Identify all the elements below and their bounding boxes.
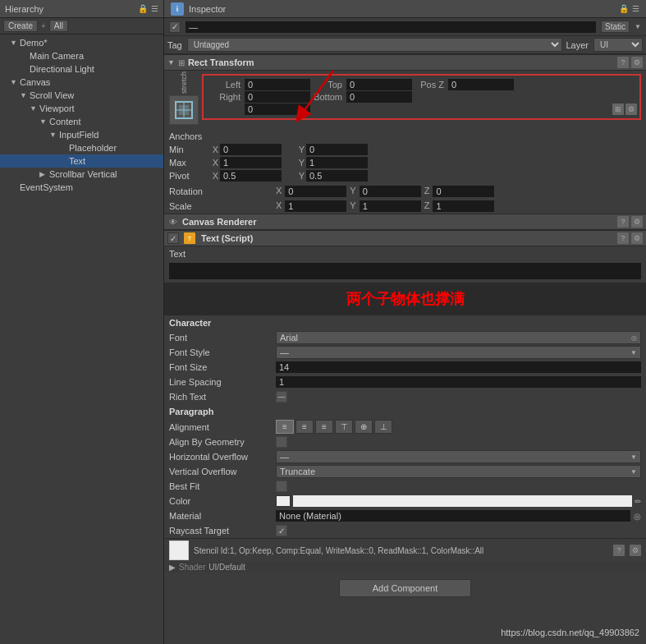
vertical-overflow-dropdown[interactable]: Truncate ▼ bbox=[276, 465, 641, 478]
url-footer: https://blog.csdn.net/qq_49903862 bbox=[501, 628, 639, 637]
tag-label: Tag bbox=[167, 40, 182, 50]
material-target-icon[interactable]: ◎ bbox=[634, 512, 641, 521]
color-row: Color ✏ bbox=[164, 494, 646, 508]
rect-expand-btn[interactable]: ⊞ bbox=[612, 104, 624, 115]
canvas-renderer-settings-btn[interactable]: ⚙ bbox=[631, 216, 643, 228]
align-by-geometry-checkbox[interactable] bbox=[276, 436, 287, 448]
tree-item-directional-light[interactable]: Directional Light bbox=[0, 62, 163, 76]
tree-item-scroll-view[interactable]: ▼ Scroll View bbox=[0, 89, 163, 102]
tree-item-inputfield[interactable]: ▼ InputField bbox=[0, 128, 163, 141]
font-value: Arial bbox=[280, 333, 298, 343]
align-middle-btn[interactable]: ⊕ bbox=[355, 420, 373, 434]
anchors-max-x[interactable] bbox=[220, 157, 282, 168]
scale-y[interactable] bbox=[360, 200, 421, 212]
anchors-pivot-x[interactable] bbox=[220, 170, 282, 182]
align-left-btn[interactable]: ≡ bbox=[276, 420, 294, 434]
align-right-btn[interactable]: ≡ bbox=[315, 420, 333, 434]
add-component-button[interactable]: Add Component bbox=[339, 579, 472, 597]
tag-select[interactable]: Untagged bbox=[187, 38, 563, 52]
tree-item-main-camera[interactable]: Main Camera bbox=[0, 49, 163, 62]
rotation-row: Rotation X Y Z bbox=[164, 184, 646, 199]
align-bottom-btn[interactable]: ⊥ bbox=[374, 420, 392, 434]
static-dropdown-arrow[interactable]: ▼ bbox=[635, 23, 641, 30]
r3-input[interactable] bbox=[245, 104, 310, 115]
scale-x[interactable] bbox=[285, 200, 346, 212]
font-row: Font Arial ◎ bbox=[164, 330, 646, 345]
stencil-help-btn[interactable]: ? bbox=[613, 545, 625, 556]
canvas-renderer-header[interactable]: 👁 Canvas Renderer ? ⚙ bbox=[164, 214, 646, 230]
tree-label-scrollbar-vertical: Scrollbar Vertical bbox=[49, 169, 117, 179]
tree-item-content[interactable]: ▼ Content bbox=[0, 115, 163, 128]
layer-select[interactable]: UI bbox=[593, 38, 643, 52]
anchors-min-y[interactable] bbox=[306, 144, 368, 155]
menu-icon-inspector: ☰ bbox=[632, 4, 639, 13]
line-spacing-label: Line Spacing bbox=[169, 377, 276, 387]
font-style-label: Font Style bbox=[169, 347, 276, 357]
tree-label-viewport: Viewport bbox=[39, 104, 75, 113]
inspector-header: i Inspector 🔒 ☰ bbox=[164, 0, 646, 18]
raycast-checkbox[interactable]: ✓ bbox=[276, 525, 287, 536]
anchors-pivot-row: Pivot X Y bbox=[169, 169, 641, 182]
all-button[interactable]: All bbox=[49, 20, 68, 32]
font-style-dropdown[interactable]: — ▼ bbox=[276, 346, 641, 359]
right-input[interactable] bbox=[245, 91, 310, 103]
text-script-header[interactable]: ✓ T Text (Script) ? ⚙ bbox=[164, 230, 646, 246]
best-fit-checkbox[interactable] bbox=[276, 481, 287, 492]
pos-z-input[interactable] bbox=[448, 79, 514, 90]
inspector-header-icons: 🔒 ☰ bbox=[619, 4, 639, 13]
object-name-input[interactable] bbox=[186, 21, 596, 33]
canvas-renderer-help-btn[interactable]: ? bbox=[617, 216, 629, 228]
text-script-settings-btn[interactable]: ⚙ bbox=[631, 232, 643, 244]
hierarchy-panel: Hierarchy 🔒 ☰ Create + All ▼ Demo* Main … bbox=[0, 0, 164, 644]
color-bar[interactable] bbox=[293, 495, 632, 507]
rotation-z[interactable] bbox=[433, 186, 494, 197]
rect-transform-header[interactable]: ▼ ⊞ Rect Transform ? ⚙ bbox=[164, 54, 646, 71]
stencil-settings-btn[interactable]: ⚙ bbox=[630, 545, 641, 556]
anchors-max-y[interactable] bbox=[306, 157, 368, 168]
rotation-fields: X Y Z bbox=[276, 186, 641, 197]
tree-item-scrollbar-vertical[interactable]: ▶ Scrollbar Vertical bbox=[0, 168, 163, 181]
stretch-icon[interactable] bbox=[169, 95, 199, 125]
rotation-z-label: Z bbox=[424, 186, 430, 197]
scale-fields: X Y Z bbox=[276, 200, 641, 212]
align-top-btn[interactable]: ⊤ bbox=[335, 420, 353, 434]
text-textarea[interactable] bbox=[169, 263, 641, 279]
font-dropdown[interactable]: Arial ◎ bbox=[276, 331, 641, 344]
stencil-icon bbox=[169, 540, 189, 560]
color-swatch[interactable] bbox=[276, 495, 291, 507]
tree-item-canvas[interactable]: ▼ Canvas bbox=[0, 76, 163, 89]
stretch-label: stretch bbox=[180, 77, 188, 94]
top-input[interactable] bbox=[346, 79, 412, 90]
raycast-row: Raycast Target ✓ bbox=[164, 523, 646, 538]
pencil-icon[interactable]: ✏ bbox=[635, 497, 641, 506]
anchors-pivot-y[interactable] bbox=[306, 170, 368, 182]
rect-transform-icons: ? ⚙ bbox=[617, 57, 643, 68]
left-input[interactable] bbox=[245, 79, 310, 90]
rect-transform-settings-btn[interactable]: ⚙ bbox=[631, 57, 643, 68]
tree-item-eventsystem[interactable]: EventSystem bbox=[0, 181, 163, 194]
tree-item-viewport[interactable]: ▼ Viewport bbox=[0, 102, 163, 115]
font-size-input[interactable] bbox=[276, 361, 641, 373]
anchors-min-x[interactable] bbox=[220, 144, 282, 155]
anchors-section: Anchors Min X Y Max X Y bbox=[164, 128, 646, 184]
rich-text-label: Rich Text bbox=[169, 392, 276, 402]
text-script-checkbox[interactable]: ✓ bbox=[167, 232, 179, 244]
tag-layer-bar: Tag Untagged Layer UI bbox=[164, 36, 646, 54]
rich-text-checkbox[interactable]: — bbox=[276, 391, 287, 402]
line-spacing-input[interactable] bbox=[276, 376, 641, 388]
tree-item-placeholder[interactable]: Placeholder bbox=[0, 141, 163, 154]
rotation-y[interactable] bbox=[360, 186, 421, 197]
chinese-annotation: 两个子物体也撑满 bbox=[164, 283, 646, 315]
tree-item-demo[interactable]: ▼ Demo* bbox=[0, 36, 163, 49]
active-checkbox[interactable]: ✓ bbox=[169, 21, 181, 33]
rect-settings-btn2[interactable]: ⚙ bbox=[625, 104, 637, 115]
create-button[interactable]: Create bbox=[3, 20, 38, 32]
align-center-btn[interactable]: ≡ bbox=[296, 420, 314, 434]
rect-transform-help-btn[interactable]: ? bbox=[617, 57, 629, 68]
horizontal-overflow-dropdown[interactable]: — ▼ bbox=[276, 450, 641, 463]
tree-item-text[interactable]: Text bbox=[0, 154, 163, 168]
scale-z[interactable] bbox=[433, 200, 494, 212]
bottom-input[interactable] bbox=[346, 91, 412, 103]
rotation-x[interactable] bbox=[285, 186, 346, 197]
text-script-help-btn[interactable]: ? bbox=[617, 232, 629, 244]
